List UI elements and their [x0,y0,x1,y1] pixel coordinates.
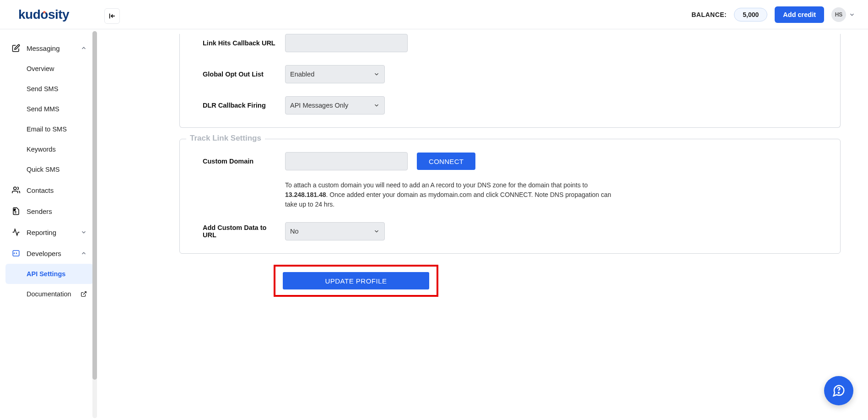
chevron-up-icon [81,45,87,51]
sidebar-item-label: Send SMS [27,85,58,93]
header-right: BALANCE: 5,000 Add credit HS [691,6,855,23]
header: kudosity BALANCE: 5,000 Add credit HS [0,0,868,29]
balance-label: BALANCE: [691,11,727,18]
update-profile-button[interactable]: UPDATE PROFILE [283,272,429,289]
sidebar-item-label: API Settings [27,270,65,278]
tracklink-legend: Track Link Settings [186,134,265,143]
main-content: Link Hits Callback URL Global Opt Out Li… [97,29,868,420]
global-optout-select[interactable]: Enabled [285,65,385,83]
sidebar-item-label: Overview [27,65,54,72]
svg-point-0 [14,187,16,190]
sidebar-item-senders[interactable]: # Senders [5,201,93,222]
sidebar-item-send-sms[interactable]: Send SMS [5,79,93,99]
sidebar-item-label: Contacts [27,186,54,194]
add-credit-button[interactable]: Add credit [775,6,824,23]
custom-domain-input[interactable] [285,152,408,170]
link-hits-label: Link Hits Callback URL [203,39,276,47]
update-wrap: UPDATE PROFILE [179,265,841,297]
sidebar-item-messaging[interactable]: Messaging [5,38,93,59]
sidebar-item-label: Send MMS [27,105,59,113]
developers-icon [12,249,20,257]
sidebar-item-label: Documentation [27,290,71,298]
sidebar-item-developers[interactable]: Developers [5,243,93,264]
sidebar-item-quick-sms[interactable]: Quick SMS [5,159,93,180]
senders-icon: # [12,207,20,215]
dlr-label: DLR Callback Firing [203,102,276,109]
sidebar-item-reporting[interactable]: Reporting [5,222,93,243]
sidebar-collapse-button[interactable] [104,8,120,24]
link-hits-input[interactable] [285,34,408,52]
sidebar-item-label: Senders [27,207,52,215]
update-highlight: UPDATE PROFILE [274,265,438,297]
svg-text:#: # [14,208,16,211]
external-link-icon [81,291,87,297]
custom-domain-help: To attach a custom domain you will need … [203,180,624,209]
sidebar-item-contacts[interactable]: Contacts [5,180,93,201]
add-custom-data-label: Add Custom Data to URL [203,224,276,239]
reporting-icon [12,228,20,236]
sidebar-item-send-mms[interactable]: Send MMS [5,99,93,119]
tracklink-fieldset: Track Link Settings Custom Domain CONNEC… [179,139,841,254]
dlr-select[interactable]: API Messages Only [285,96,385,115]
layout: Messaging Overview Send SMS Send MMS Ema… [0,29,868,420]
balance-value[interactable]: 5,000 [734,8,767,22]
sidebar-item-api-settings[interactable]: API Settings [5,264,93,284]
user-menu[interactable]: HS [831,7,855,22]
sidebar-item-label: Messaging [27,44,60,52]
sidebar-item-overview[interactable]: Overview [5,59,93,79]
help-bubble-button[interactable] [824,376,853,405]
custom-domain-label: Custom Domain [203,158,276,165]
sidebar-item-documentation[interactable]: Documentation [5,284,93,304]
chevron-down-icon [81,229,87,235]
contacts-icon [12,186,20,194]
sidebar-item-label: Email to SMS [27,125,67,133]
edit-icon [12,44,20,52]
sidebar-scrollbar[interactable] [92,31,97,418]
sidebar-item-label: Reporting [27,229,56,236]
svg-line-5 [83,292,86,295]
chevron-down-icon [849,11,855,18]
callback-settings-fieldset: Link Hits Callback URL Global Opt Out Li… [179,34,841,128]
avatar: HS [831,7,846,22]
sidebar-item-keywords[interactable]: Keywords [5,139,93,159]
connect-button[interactable]: CONNECT [417,153,475,170]
svg-point-8 [838,392,839,393]
logo[interactable]: kudosity [18,7,69,22]
chevron-up-icon [81,250,87,256]
sidebar-item-label: Keywords [27,146,56,153]
sidebar-item-label: Developers [27,250,61,257]
sidebar-item-email-to-sms[interactable]: Email to SMS [5,119,93,139]
global-optout-label: Global Opt Out List [203,71,276,78]
sidebar-item-label: Quick SMS [27,166,60,173]
add-custom-data-select[interactable]: No [285,222,385,240]
sidebar: Messaging Overview Send SMS Send MMS Ema… [0,29,97,420]
